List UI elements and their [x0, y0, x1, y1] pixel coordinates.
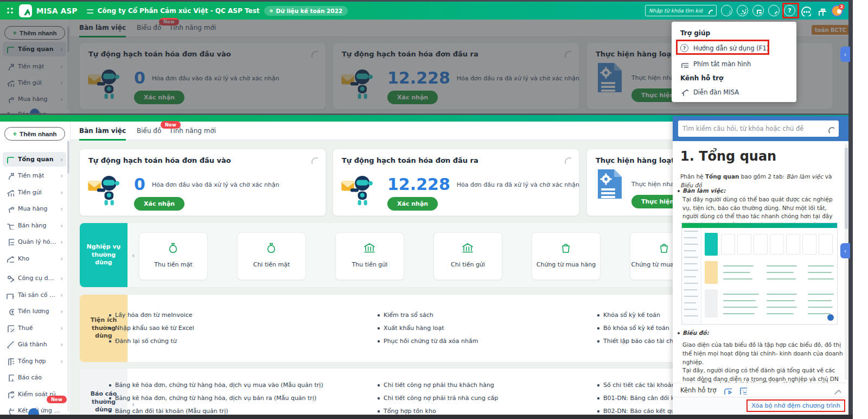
op-card-thu-tien-mat[interactable]: Thu tiền mặt [139, 232, 208, 280]
card-invoice-in: Tự động hạch toán hóa đơn đầu vào 0 Hóa … [79, 149, 326, 216]
help-search[interactable] [678, 120, 839, 137]
sidebar-item-tien-gui[interactable]: Tiền gửi [3, 185, 66, 200]
op-card-chi-tien-gui[interactable]: Chi tiền gửi [433, 232, 502, 280]
utility-link[interactable]: Nhập khẩu sao kê từ Excel [109, 325, 194, 332]
search-icon[interactable] [826, 125, 834, 133]
screenshots-right-border [848, 0, 853, 415]
robot-mascot-image [87, 171, 123, 209]
help-bullet-charts: Biểu đồ: [682, 329, 843, 338]
op-card-label: Chứng từ mua hàng [532, 261, 600, 268]
utility-link[interactable]: Phục hồi chứng từ đã xóa nhầm [378, 338, 478, 345]
help-search-input[interactable] [682, 125, 826, 132]
sidebar-item-kho[interactable]: Kho [3, 251, 66, 266]
sidebar-item-tien-luong[interactable]: Tiền lương [3, 304, 66, 319]
utility-link[interactable]: Xuất khẩu hàng loạt [378, 325, 444, 332]
sidebar-item-label: Tổng quan [18, 156, 54, 163]
sidebar-item-tong-quan[interactable]: Tổng quan [3, 152, 66, 167]
help-panel-scrollbar[interactable] [845, 143, 848, 380]
op-card-chung-tu-mua-hang[interactable]: Chứng từ mua hàng [532, 232, 601, 280]
tab-tinh-nang-moi[interactable]: Tính năng mới [169, 127, 216, 139]
sidebar-item-label: Tiền lương [18, 308, 49, 315]
global-search[interactable] [645, 5, 717, 16]
menu-item-shortcuts[interactable]: Phím tắt màn hình [680, 60, 751, 68]
sidebar-item-bao-cao[interactable]: Báo cáo [3, 370, 66, 385]
chat-support-icon[interactable] [738, 386, 747, 395]
utility-link[interactable]: Khóa sổ kỳ kế toán [597, 312, 660, 319]
menu-item-misa-forum[interactable]: Diễn đàn MISA [680, 88, 739, 96]
user-avatar[interactable]: 2 [831, 5, 843, 17]
report-link[interactable]: Bảng cân đối tài khoản (Mẫu quản trị) [109, 408, 228, 415]
intro-pre: Phân hệ [680, 173, 705, 180]
download-icon[interactable] [721, 5, 732, 16]
utility-link[interactable]: Bỏ khóa sổ kỳ kế toán [597, 325, 669, 332]
sidebar-item-ban-hang[interactable]: Bán hàng [3, 218, 66, 233]
sidebar-item-mua-hang[interactable]: Mua hàng [3, 201, 66, 216]
sidebar-item-label: Kết nối ứng dụng [18, 407, 63, 414]
sidebar-item-gia-thanh[interactable]: Giá thành [3, 337, 66, 352]
utility-link[interactable]: Lấy hóa đơn từ meInvoice [109, 312, 193, 319]
sidebar-item-tong-hop[interactable]: Tổng hợp [3, 354, 66, 369]
more-ellipsis-icon[interactable] [800, 5, 811, 16]
report-link[interactable]: Bảng kê hóa đơn, chứng từ hàng hóa, dịch… [109, 382, 323, 389]
clear-cache-link[interactable]: Xóa bộ nhớ đệm chương trình [746, 399, 845, 412]
shortcuts-label: Phím tắt màn hình [693, 60, 751, 68]
forum-label: Diễn đàn MISA [693, 88, 739, 96]
misa-logo-icon [21, 7, 30, 15]
sidebar-item-quan-ly-hoa-don[interactable]: Quản lý hóa đơn [3, 234, 66, 249]
status-dot [270, 9, 273, 12]
chevron-left-icon[interactable]: ‹ [132, 251, 135, 259]
utility-link[interactable]: Đánh lại số chứng từ [109, 338, 177, 345]
card-title: Tự động hạch toán hóa đơn đầu vào [88, 156, 231, 164]
op-card-label: Thu tiền gửi [336, 261, 404, 268]
op-card-label: Chi tiền mặt [238, 261, 305, 268]
avatar-notification-count: 2 [839, 4, 845, 10]
global-search-input[interactable] [649, 8, 703, 14]
op-card-chi-tien-mat[interactable]: Chi tiền mặt [237, 232, 306, 280]
sidebar-item-thue[interactable]: Thuế [3, 321, 66, 335]
page: MISA ASP Công ty Cổ Phần Cảm xúc Việt - … [0, 0, 868, 419]
collapse-chevron-up-icon[interactable] [832, 386, 841, 395]
brand-name: MISA ASP [36, 7, 78, 15]
collapse-panel-tab[interactable]: ‹ [840, 243, 850, 258]
whats-new-gift-icon[interactable] [815, 5, 827, 16]
report-link[interactable]: Chi tiết công nợ phải thu khách hàng [378, 382, 494, 389]
search-icon[interactable] [706, 8, 713, 14]
sidebar-item-label: Công cụ dụng cụ [18, 275, 56, 282]
report-link[interactable]: Chi tiết công nợ phải trả nhà cung cấp [378, 395, 498, 402]
accounting-data-badge[interactable]: Dữ liệu kế toán 2022 [264, 6, 348, 16]
menu-item-user-guide[interactable]: ? Hướng dẫn sử dụng (F1) [680, 44, 769, 52]
report-link[interactable]: Tổng hợp tồn kho [378, 408, 436, 415]
refresh-icon[interactable] [310, 156, 318, 164]
tab-bieu-do[interactable]: Biểu đồ [137, 127, 161, 139]
feedback-chat-icon[interactable] [752, 5, 764, 16]
utility-link[interactable]: Kiểm tra sổ sách [378, 312, 433, 319]
help-article-title: 1. Tổng quan [680, 149, 776, 164]
misa-logo[interactable] [19, 4, 32, 17]
refresh-icon[interactable] [563, 156, 571, 164]
app-grid-icon[interactable] [5, 6, 15, 15]
confirm-button[interactable]: Xác nhận [387, 197, 438, 211]
intro-bold: Tổng quan [705, 173, 739, 180]
report-link[interactable]: Bảng kê hóa đơn, chứng từ hàng hóa, dịch… [109, 395, 316, 402]
sidebar-item-tien-mat[interactable]: Tiền mặt [3, 168, 66, 183]
utility-link[interactable]: Thiết lập báo cáo tài chính [597, 338, 682, 345]
sidebar-item-cong-cu-dung-cu[interactable]: Công cụ dụng cụ [3, 271, 66, 285]
tab-ban-lam-viec[interactable]: Bàn làm việc [79, 127, 126, 141]
report-link[interactable]: Số chi tiết các tài khoản [597, 382, 675, 389]
help-question-icon[interactable]: ? [784, 5, 795, 16]
company-name[interactable]: Công ty Cổ Phần Cảm xúc Việt - QC ASP Te… [98, 7, 260, 15]
sidebar-item-label: Tài sản cố định [18, 291, 56, 299]
support-channel-label: Kênh hỗ trợ [680, 386, 717, 394]
settings-gear-icon[interactable] [737, 5, 748, 16]
youtube-icon[interactable] [723, 386, 732, 395]
op-card-thu-tien-gui[interactable]: Thu tiền gửi [335, 232, 404, 280]
notifications-bell-icon[interactable] [768, 5, 780, 16]
collapse-panel-tab[interactable]: ‹ [840, 47, 850, 62]
chevron-right-icon [60, 358, 63, 365]
quick-add-button[interactable]: +Thêm nhanh [4, 127, 65, 141]
invoice-out-count: 12.228 [387, 176, 450, 193]
menu-burger-icon[interactable] [85, 7, 93, 15]
sidebar-item-tai-san-co-dinh[interactable]: Tài sản cố định [3, 288, 66, 302]
sidebar-scrollbar[interactable] [67, 140, 69, 411]
confirm-button[interactable]: Xác nhận [134, 197, 184, 211]
